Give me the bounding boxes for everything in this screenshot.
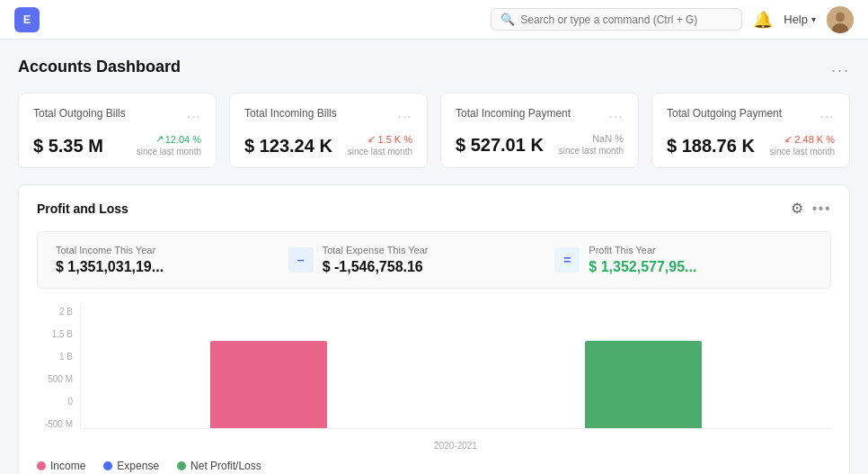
equals-icon: = [554, 247, 580, 273]
change-indicator: NaN % [592, 133, 624, 144]
card-change: NaN % since last month [559, 133, 624, 156]
legend-dot-income [37, 461, 46, 470]
card-title: Total Incoming Payment [456, 107, 571, 120]
card-title: Total Outgoing Payment [667, 107, 782, 120]
card-header: Total Outgoing Payment ... [667, 106, 835, 121]
main-content: Accounts Dashboard ... Total Outgoing Bi… [0, 40, 868, 474]
card-change: ↗ 12.04 % since last month [137, 133, 201, 157]
card-outgoing-payment: Total Outgoing Payment ... $ 188.76 K ↙ … [651, 93, 850, 168]
change-indicator: ↙ 2.48 K % [784, 133, 835, 145]
since-label: since last month [137, 147, 201, 157]
chart-bars [81, 307, 831, 428]
legend-dot-net-profit [177, 461, 186, 470]
card-incoming-payment: Total Incoming Payment ... $ 527.01 K Na… [440, 93, 639, 168]
search-input[interactable] [520, 13, 718, 26]
since-label: since last month [770, 147, 835, 157]
x-label-text: 2020-2021 [434, 441, 477, 451]
expense-label: Total Expense This Year [323, 245, 546, 255]
card-title: Total Incoming Bills [244, 107, 337, 120]
change-pct: NaN % [592, 133, 624, 144]
y-label: 1 B [37, 352, 73, 362]
chart-canvas [80, 307, 831, 429]
card-title: Total Outgoing Bills [33, 107, 126, 120]
y-label: -500 M [37, 419, 73, 429]
y-label: 0 [37, 397, 73, 407]
since-label: since last month [348, 147, 412, 157]
logo-text: E [23, 13, 31, 26]
chart-y-axis: 2 B 1.5 B 1 B 500 M 0 -500 M [37, 307, 73, 429]
since-label: since last month [559, 146, 624, 156]
summary-profit: Profit This Year $ 1,352,577,95... [589, 245, 812, 275]
card-body: $ 527.01 K NaN % since last month [456, 133, 624, 156]
profit-loss-section: Profit and Loss ⚙ ••• Total Income This … [18, 184, 850, 474]
card-amount: $ 188.76 K [667, 136, 755, 157]
legend-income: Income [37, 460, 85, 472]
profit-bar [585, 341, 702, 428]
arrow-down-icon: ↙ [368, 133, 376, 145]
search-bar[interactable]: 🔍 [491, 8, 742, 31]
change-pct: 1.5 K % [377, 134, 412, 145]
card-body: $ 5.35 M ↗ 12.04 % since last month [33, 133, 201, 157]
page-title: Accounts Dashboard [18, 58, 181, 76]
card-options-button[interactable]: ... [609, 106, 624, 121]
summary-row: Total Income This Year $ 1,351,031,19...… [37, 231, 831, 289]
bar-group-2 [456, 307, 832, 428]
profit-value: $ 1,352,577,95... [589, 259, 812, 275]
card-options-button[interactable]: ... [187, 106, 201, 121]
profit-loss-chart: 2 B 1.5 B 1 B 500 M 0 -500 M [37, 307, 831, 451]
logo: E [14, 7, 40, 32]
svg-point-1 [836, 12, 845, 22]
avatar[interactable] [827, 6, 854, 33]
help-menu[interactable]: Help ▾ [784, 13, 816, 26]
y-label: 2 B [37, 307, 73, 317]
legend-label-income: Income [50, 460, 85, 472]
minus-icon: – [288, 247, 314, 273]
page-options-button[interactable]: ... [831, 58, 850, 76]
card-amount: $ 123.24 K [244, 136, 332, 157]
card-amount: $ 527.01 K [456, 135, 544, 156]
page-header: Accounts Dashboard ... [18, 58, 850, 76]
card-options-button[interactable]: ... [820, 106, 835, 121]
arrow-down-icon: ↙ [784, 133, 793, 145]
income-bar [210, 341, 327, 428]
legend-label-net-profit: Net Profit/Loss [190, 460, 261, 472]
card-change: ↙ 2.48 K % since last month [770, 133, 835, 157]
legend-net-profit: Net Profit/Loss [177, 460, 261, 472]
legend-dot-expense [103, 461, 112, 470]
card-header: Total Outgoing Bills ... [33, 106, 201, 121]
header: E 🔍 🔔 Help ▾ [0, 0, 868, 40]
bar-group-1 [81, 307, 456, 428]
card-options-button[interactable]: ... [398, 106, 412, 121]
cards-row: Total Outgoing Bills ... $ 5.35 M ↗ 12.0… [18, 93, 850, 168]
pl-header: Profit and Loss ⚙ ••• [37, 200, 831, 217]
summary-expense: Total Expense This Year $ -1,546,758.16 [323, 245, 546, 275]
chart-legend: Income Expense Net Profit/Loss [37, 460, 831, 472]
card-amount: $ 5.35 M [33, 136, 103, 157]
card-outgoing-bills: Total Outgoing Bills ... $ 5.35 M ↗ 12.0… [18, 93, 217, 168]
card-body: $ 188.76 K ↙ 2.48 K % since last month [667, 133, 835, 157]
chart-x-label: 2020-2021 [80, 441, 831, 451]
filter-icon[interactable]: ⚙ [791, 200, 803, 217]
card-change: ↙ 1.5 K % since last month [348, 133, 412, 157]
profit-label: Profit This Year [589, 245, 812, 255]
change-indicator: ↙ 1.5 K % [368, 133, 412, 145]
arrow-up-icon: ↗ [155, 133, 164, 145]
y-label: 1.5 B [37, 329, 73, 339]
bell-icon[interactable]: 🔔 [753, 10, 773, 30]
change-pct: 12.04 % [165, 134, 201, 145]
card-header: Total Incoming Payment ... [456, 106, 624, 121]
change-indicator: ↗ 12.04 % [155, 133, 201, 145]
card-body: $ 123.24 K ↙ 1.5 K % since last month [244, 133, 412, 157]
card-incoming-bills: Total Incoming Bills ... $ 123.24 K ↙ 1.… [229, 93, 428, 168]
legend-expense: Expense [103, 460, 159, 472]
card-header: Total Incoming Bills ... [244, 106, 412, 121]
expense-value: $ -1,546,758.16 [323, 259, 546, 275]
y-label: 500 M [37, 374, 73, 384]
change-pct: 2.48 K % [794, 134, 835, 145]
help-label: Help [784, 13, 808, 26]
pl-options-button[interactable]: ••• [812, 201, 831, 217]
chevron-down-icon: ▾ [811, 14, 816, 24]
income-value: $ 1,351,031,19... [56, 259, 279, 275]
income-label: Total Income This Year [56, 245, 279, 255]
search-icon: 🔍 [500, 13, 515, 26]
